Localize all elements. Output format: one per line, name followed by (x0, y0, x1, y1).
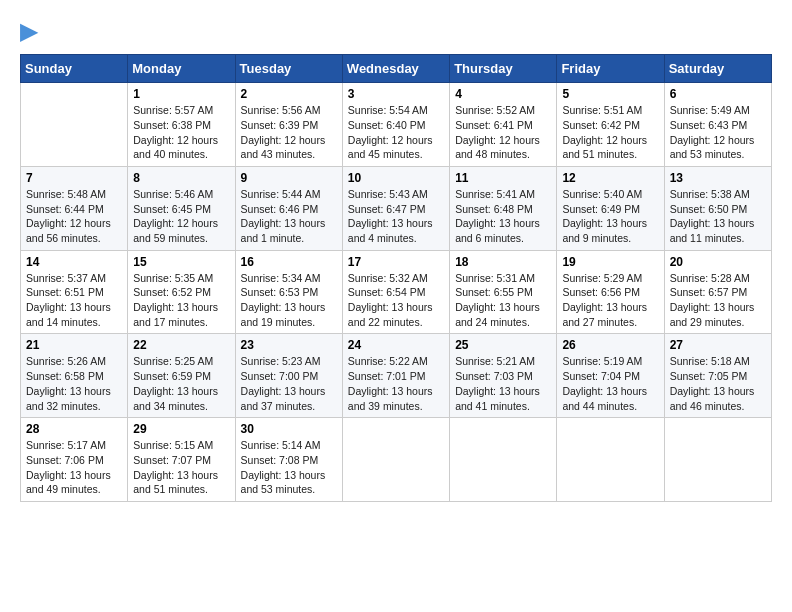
calendar-cell: 24Sunrise: 5:22 AMSunset: 7:01 PMDayligh… (342, 334, 449, 418)
calendar-cell: 14Sunrise: 5:37 AMSunset: 6:51 PMDayligh… (21, 250, 128, 334)
calendar-cell: 29Sunrise: 5:15 AMSunset: 7:07 PMDayligh… (128, 418, 235, 502)
calendar-cell: 8Sunrise: 5:46 AMSunset: 6:45 PMDaylight… (128, 166, 235, 250)
calendar-week-1: 1Sunrise: 5:57 AMSunset: 6:38 PMDaylight… (21, 83, 772, 167)
cell-content: 21Sunrise: 5:26 AMSunset: 6:58 PMDayligh… (26, 338, 122, 413)
calendar-cell: 21Sunrise: 5:26 AMSunset: 6:58 PMDayligh… (21, 334, 128, 418)
calendar-cell: 5Sunrise: 5:51 AMSunset: 6:42 PMDaylight… (557, 83, 664, 167)
day-number: 7 (26, 171, 122, 185)
cell-content: 17Sunrise: 5:32 AMSunset: 6:54 PMDayligh… (348, 255, 444, 330)
sun-info: Sunrise: 5:46 AMSunset: 6:45 PMDaylight:… (133, 187, 229, 246)
sun-info: Sunrise: 5:52 AMSunset: 6:41 PMDaylight:… (455, 103, 551, 162)
day-number: 22 (133, 338, 229, 352)
cell-content: 27Sunrise: 5:18 AMSunset: 7:05 PMDayligh… (670, 338, 766, 413)
sun-info: Sunrise: 5:51 AMSunset: 6:42 PMDaylight:… (562, 103, 658, 162)
day-number: 2 (241, 87, 337, 101)
calendar-cell: 3Sunrise: 5:54 AMSunset: 6:40 PMDaylight… (342, 83, 449, 167)
sun-info: Sunrise: 5:29 AMSunset: 6:56 PMDaylight:… (562, 271, 658, 330)
cell-content: 19Sunrise: 5:29 AMSunset: 6:56 PMDayligh… (562, 255, 658, 330)
calendar-cell: 2Sunrise: 5:56 AMSunset: 6:39 PMDaylight… (235, 83, 342, 167)
column-header-thursday: Thursday (450, 55, 557, 83)
cell-content: 18Sunrise: 5:31 AMSunset: 6:55 PMDayligh… (455, 255, 551, 330)
sun-info: Sunrise: 5:48 AMSunset: 6:44 PMDaylight:… (26, 187, 122, 246)
cell-content: 14Sunrise: 5:37 AMSunset: 6:51 PMDayligh… (26, 255, 122, 330)
sun-info: Sunrise: 5:17 AMSunset: 7:06 PMDaylight:… (26, 438, 122, 497)
cell-content: 13Sunrise: 5:38 AMSunset: 6:50 PMDayligh… (670, 171, 766, 246)
day-number: 11 (455, 171, 551, 185)
cell-content: 12Sunrise: 5:40 AMSunset: 6:49 PMDayligh… (562, 171, 658, 246)
day-number: 17 (348, 255, 444, 269)
day-number: 8 (133, 171, 229, 185)
cell-content: 30Sunrise: 5:14 AMSunset: 7:08 PMDayligh… (241, 422, 337, 497)
calendar-cell: 11Sunrise: 5:41 AMSunset: 6:48 PMDayligh… (450, 166, 557, 250)
sun-info: Sunrise: 5:41 AMSunset: 6:48 PMDaylight:… (455, 187, 551, 246)
cell-content: 3Sunrise: 5:54 AMSunset: 6:40 PMDaylight… (348, 87, 444, 162)
cell-content: 22Sunrise: 5:25 AMSunset: 6:59 PMDayligh… (133, 338, 229, 413)
column-header-friday: Friday (557, 55, 664, 83)
sun-info: Sunrise: 5:54 AMSunset: 6:40 PMDaylight:… (348, 103, 444, 162)
cell-content: 29Sunrise: 5:15 AMSunset: 7:07 PMDayligh… (133, 422, 229, 497)
cell-content: 7Sunrise: 5:48 AMSunset: 6:44 PMDaylight… (26, 171, 122, 246)
day-number: 26 (562, 338, 658, 352)
calendar-cell: 7Sunrise: 5:48 AMSunset: 6:44 PMDaylight… (21, 166, 128, 250)
day-number: 12 (562, 171, 658, 185)
calendar-cell (342, 418, 449, 502)
column-header-sunday: Sunday (21, 55, 128, 83)
day-number: 16 (241, 255, 337, 269)
calendar-cell: 25Sunrise: 5:21 AMSunset: 7:03 PMDayligh… (450, 334, 557, 418)
logo-bird-icon: ▶ (20, 19, 37, 44)
sun-info: Sunrise: 5:37 AMSunset: 6:51 PMDaylight:… (26, 271, 122, 330)
day-number: 19 (562, 255, 658, 269)
day-number: 3 (348, 87, 444, 101)
sun-info: Sunrise: 5:32 AMSunset: 6:54 PMDaylight:… (348, 271, 444, 330)
calendar-cell (450, 418, 557, 502)
day-number: 25 (455, 338, 551, 352)
calendar-cell: 12Sunrise: 5:40 AMSunset: 6:49 PMDayligh… (557, 166, 664, 250)
cell-content: 1Sunrise: 5:57 AMSunset: 6:38 PMDaylight… (133, 87, 229, 162)
calendar-body: 1Sunrise: 5:57 AMSunset: 6:38 PMDaylight… (21, 83, 772, 502)
logo-text: ▶ (20, 20, 37, 44)
cell-content: 16Sunrise: 5:34 AMSunset: 6:53 PMDayligh… (241, 255, 337, 330)
sun-info: Sunrise: 5:43 AMSunset: 6:47 PMDaylight:… (348, 187, 444, 246)
day-number: 24 (348, 338, 444, 352)
cell-content: 23Sunrise: 5:23 AMSunset: 7:00 PMDayligh… (241, 338, 337, 413)
calendar-cell: 9Sunrise: 5:44 AMSunset: 6:46 PMDaylight… (235, 166, 342, 250)
calendar-cell: 15Sunrise: 5:35 AMSunset: 6:52 PMDayligh… (128, 250, 235, 334)
day-number: 23 (241, 338, 337, 352)
calendar-cell: 26Sunrise: 5:19 AMSunset: 7:04 PMDayligh… (557, 334, 664, 418)
calendar-cell: 17Sunrise: 5:32 AMSunset: 6:54 PMDayligh… (342, 250, 449, 334)
calendar-cell: 4Sunrise: 5:52 AMSunset: 6:41 PMDaylight… (450, 83, 557, 167)
calendar-cell: 1Sunrise: 5:57 AMSunset: 6:38 PMDaylight… (128, 83, 235, 167)
calendar-cell (21, 83, 128, 167)
sun-info: Sunrise: 5:44 AMSunset: 6:46 PMDaylight:… (241, 187, 337, 246)
cell-content: 28Sunrise: 5:17 AMSunset: 7:06 PMDayligh… (26, 422, 122, 497)
cell-content: 15Sunrise: 5:35 AMSunset: 6:52 PMDayligh… (133, 255, 229, 330)
sun-info: Sunrise: 5:19 AMSunset: 7:04 PMDaylight:… (562, 354, 658, 413)
calendar-cell: 28Sunrise: 5:17 AMSunset: 7:06 PMDayligh… (21, 418, 128, 502)
calendar-cell: 19Sunrise: 5:29 AMSunset: 6:56 PMDayligh… (557, 250, 664, 334)
sun-info: Sunrise: 5:28 AMSunset: 6:57 PMDaylight:… (670, 271, 766, 330)
cell-content: 25Sunrise: 5:21 AMSunset: 7:03 PMDayligh… (455, 338, 551, 413)
calendar-cell: 20Sunrise: 5:28 AMSunset: 6:57 PMDayligh… (664, 250, 771, 334)
calendar-cell: 10Sunrise: 5:43 AMSunset: 6:47 PMDayligh… (342, 166, 449, 250)
day-number: 4 (455, 87, 551, 101)
sun-info: Sunrise: 5:35 AMSunset: 6:52 PMDaylight:… (133, 271, 229, 330)
cell-content: 4Sunrise: 5:52 AMSunset: 6:41 PMDaylight… (455, 87, 551, 162)
page-header: ▶ (20, 20, 772, 44)
cell-content: 8Sunrise: 5:46 AMSunset: 6:45 PMDaylight… (133, 171, 229, 246)
cell-content: 2Sunrise: 5:56 AMSunset: 6:39 PMDaylight… (241, 87, 337, 162)
sun-info: Sunrise: 5:15 AMSunset: 7:07 PMDaylight:… (133, 438, 229, 497)
sun-info: Sunrise: 5:38 AMSunset: 6:50 PMDaylight:… (670, 187, 766, 246)
logo: ▶ (20, 20, 37, 44)
cell-content: 26Sunrise: 5:19 AMSunset: 7:04 PMDayligh… (562, 338, 658, 413)
calendar-week-2: 7Sunrise: 5:48 AMSunset: 6:44 PMDaylight… (21, 166, 772, 250)
column-header-wednesday: Wednesday (342, 55, 449, 83)
day-number: 15 (133, 255, 229, 269)
sun-info: Sunrise: 5:56 AMSunset: 6:39 PMDaylight:… (241, 103, 337, 162)
calendar-table: SundayMondayTuesdayWednesdayThursdayFrid… (20, 54, 772, 502)
cell-content: 24Sunrise: 5:22 AMSunset: 7:01 PMDayligh… (348, 338, 444, 413)
sun-info: Sunrise: 5:40 AMSunset: 6:49 PMDaylight:… (562, 187, 658, 246)
calendar-cell: 30Sunrise: 5:14 AMSunset: 7:08 PMDayligh… (235, 418, 342, 502)
sun-info: Sunrise: 5:49 AMSunset: 6:43 PMDaylight:… (670, 103, 766, 162)
day-number: 30 (241, 422, 337, 436)
column-header-monday: Monday (128, 55, 235, 83)
